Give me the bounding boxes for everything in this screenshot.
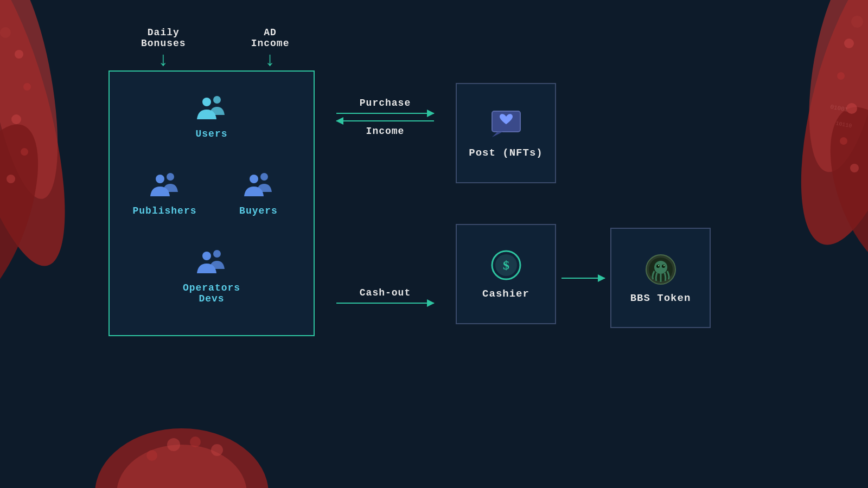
svg-point-17: [851, 16, 863, 28]
svg-point-15: [840, 137, 847, 145]
post-nfts-icon-container: [489, 107, 524, 142]
purchase-arrow: [336, 113, 434, 114]
svg-point-44: [658, 265, 659, 266]
diagram: Daily Bonuses ↓ AD Income ↓ User: [108, 27, 760, 455]
entity-users: Users: [120, 88, 303, 159]
daily-bonuses-arrow: ↓: [157, 51, 170, 70]
cashier-label: Cashier: [482, 288, 529, 300]
svg-point-2: [0, 112, 58, 322]
svg-rect-33: [202, 252, 211, 260]
svg-point-9: [776, 0, 868, 257]
users-label: Users: [195, 129, 227, 139]
svg-point-5: [11, 114, 21, 124]
right-column: Post (NFTs) $ Cashier: [456, 70, 556, 336]
bbs-token-box: BBS Token: [610, 228, 711, 328]
income-label: Income: [366, 126, 405, 137]
far-right-row: BBS Token: [556, 228, 711, 328]
svg-rect-26: [213, 96, 221, 104]
entity-publishers: Publishers: [120, 165, 209, 236]
operators-label: Operators Devs: [183, 282, 240, 304]
chat-heart-icon: [489, 107, 524, 142]
publishers-icon: [146, 170, 184, 200]
svg-point-10: [795, 0, 868, 177]
post-nfts-label: Post (NFTs): [469, 147, 542, 159]
svg-point-11: [811, 94, 868, 285]
cashier-to-bbs-arrow: [561, 278, 605, 279]
cashier-icon-container: $: [489, 248, 524, 282]
bbs-token-icon-container: [643, 252, 678, 287]
purchase-income-arrows: Purchase Income: [336, 98, 434, 137]
svg-rect-31: [250, 175, 258, 183]
svg-point-42: [656, 265, 660, 268]
bbs-token-label: BBS Token: [630, 292, 691, 304]
svg-point-12: [844, 38, 854, 48]
publishers-label: Publishers: [132, 206, 196, 216]
cashout-arrow-group: Cash-out: [336, 287, 434, 304]
svg-point-14: [846, 103, 857, 114]
cashout-label: Cash-out: [360, 287, 411, 298]
svg-rect-30: [260, 173, 268, 181]
tentacle-left: [0, 0, 98, 488]
left-box: Users Publishers: [108, 70, 315, 336]
svg-point-4: [23, 83, 31, 91]
svg-point-1: [0, 0, 72, 204]
svg-point-13: [837, 72, 845, 80]
post-nfts-box: Post (NFTs): [456, 83, 556, 183]
svg-point-41: [654, 261, 667, 274]
entity-buyers: Buyers: [214, 165, 303, 236]
svg-text:$: $: [503, 258, 509, 272]
cashout-arrow: [336, 303, 434, 304]
svg-rect-29: [156, 175, 164, 183]
svg-point-0: [0, 0, 90, 277]
svg-point-3: [15, 50, 23, 59]
main-row: Users Publishers: [108, 70, 760, 336]
svg-rect-28: [167, 173, 174, 181]
svg-rect-32: [213, 250, 221, 258]
svg-text:10110: 10110: [835, 120, 852, 129]
octopus-coin-icon: [643, 252, 678, 287]
coin-dollar-icon: $: [489, 248, 524, 282]
top-labels: Daily Bonuses ↓ AD Income ↓: [141, 27, 289, 70]
svg-point-7: [7, 175, 15, 183]
arrow-right-bbs: [561, 278, 605, 279]
middle-section: Purchase Income Cash-out: [315, 70, 456, 336]
svg-point-16: [850, 164, 859, 172]
users-icon: [193, 93, 231, 123]
svg-text:01001: 01001: [829, 104, 848, 113]
income-arrow: [336, 120, 434, 121]
buyers-icon: [240, 170, 278, 200]
tentacle-right: 01001 10110: [760, 0, 868, 488]
daily-bonuses-label: Daily Bonuses ↓: [141, 27, 186, 70]
operators-icon: [193, 247, 231, 277]
ad-income-label: AD Income ↓: [251, 27, 290, 70]
svg-point-8: [0, 27, 11, 38]
buyers-label: Buyers: [239, 206, 278, 216]
purchase-label: Purchase: [360, 98, 411, 108]
svg-rect-27: [202, 98, 211, 106]
svg-point-43: [662, 265, 665, 268]
svg-point-45: [663, 265, 665, 266]
entity-operators: Operators Devs: [120, 242, 303, 324]
svg-marker-35: [492, 132, 503, 137]
far-right-section: BBS Token: [556, 70, 711, 336]
ad-income-arrow: ↓: [264, 51, 277, 70]
cashier-box: $ Cashier: [456, 224, 556, 324]
svg-point-6: [21, 148, 28, 156]
